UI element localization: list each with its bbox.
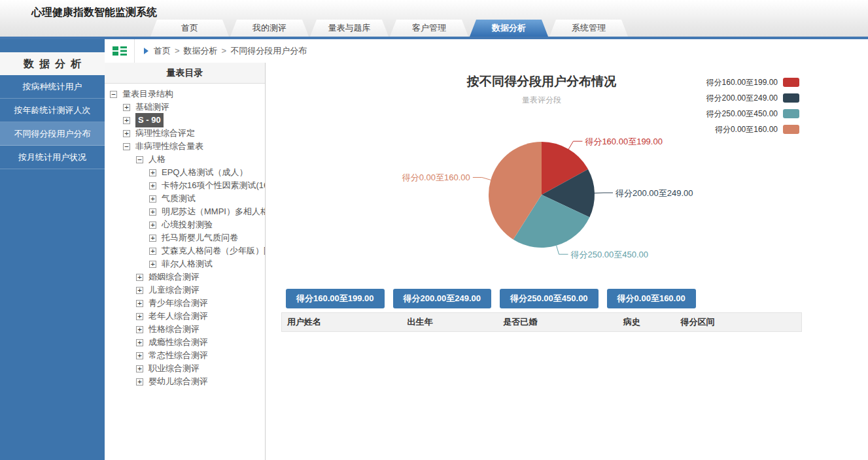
table-column-2: 是否已婚 — [498, 313, 618, 331]
nav-tab-3[interactable]: 客户管理 — [390, 20, 468, 37]
tree-node-label: 菲尔人格测试 — [162, 257, 213, 271]
tree-node-7[interactable]: +卡特尔16项个性因素测试(16PF — [105, 179, 265, 192]
expand-icon[interactable]: + — [136, 274, 143, 281]
breadcrumb-separator: > — [222, 46, 227, 56]
sidebar-item-1[interactable]: 按年龄统计测评人次 — [0, 99, 105, 122]
expand-icon[interactable]: + — [149, 182, 156, 189]
tree-node-label: 非病理性综合量表 — [135, 140, 203, 153]
pie-label-line-3 — [473, 178, 491, 180]
tree-node-label: 病理性综合评定 — [135, 127, 195, 140]
nav-tab-2[interactable]: 量表与题库 — [310, 20, 389, 37]
tree-node-18[interactable]: +性格综合测评 — [105, 323, 265, 336]
tree-node-22[interactable]: +婴幼儿综合测评 — [105, 375, 265, 388]
expand-icon[interactable]: + — [136, 365, 143, 372]
tree-node-label: 成瘾性综合测评 — [148, 336, 208, 349]
tree-node-label: 青少年综合测评 — [148, 297, 208, 310]
tree-node-label: 托马斯婴儿气质问卷 — [162, 231, 238, 244]
tree-node-11[interactable]: +托马斯婴儿气质问卷 — [105, 231, 265, 244]
expand-icon[interactable]: + — [149, 248, 156, 255]
tree-node-3[interactable]: +病理性综合评定 — [105, 127, 265, 140]
pie-label-line-1 — [595, 193, 613, 193]
expand-icon[interactable]: + — [149, 222, 156, 229]
chart-content: 按不同得分段用户分布情况 量表评分段 得分160.00至199.00得分200.… — [266, 63, 868, 460]
tree-node-label: 明尼苏达（MMPI）多相人格测 — [162, 205, 266, 218]
tree-node-2[interactable]: +S - 90 — [105, 114, 265, 127]
expand-icon[interactable]: + — [123, 130, 130, 137]
score-segment-button-0[interactable]: 得分160.00至199.00 — [286, 289, 385, 308]
tree-node-5[interactable]: −人格 — [105, 153, 265, 166]
table-column-1: 出生年 — [402, 313, 498, 331]
breadcrumb-bar: 首页>数据分析>不同得分段用户分布 — [105, 39, 868, 63]
tree-node-8[interactable]: +气质测试 — [105, 192, 265, 205]
expand-icon[interactable]: + — [136, 352, 143, 359]
score-segment-button-3[interactable]: 得分0.00至160.00 — [607, 289, 696, 308]
tree-node-15[interactable]: +儿童综合测评 — [105, 284, 265, 297]
collapse-icon[interactable]: − — [110, 91, 117, 98]
pie-label-line-2 — [557, 246, 568, 254]
nav-tab-4[interactable]: 数据分析 — [470, 20, 548, 37]
tree-node-label: 婚姻综合测评 — [148, 271, 200, 284]
tree-node-13[interactable]: +菲尔人格测试 — [105, 257, 265, 271]
expand-icon[interactable]: + — [149, 235, 156, 242]
expand-icon[interactable]: + — [149, 169, 156, 176]
tree-node-14[interactable]: +婚姻综合测评 — [105, 271, 265, 284]
tree-node-4[interactable]: −非病理性综合量表 — [105, 140, 265, 153]
tree-node-6[interactable]: +EPQ人格测试（成人） — [105, 166, 265, 179]
tree-node-19[interactable]: +成瘾性综合测评 — [105, 336, 265, 349]
breadcrumb-separator: > — [175, 46, 180, 56]
tree-node-label: 心境投射测验 — [162, 218, 213, 231]
table-column-0: 用户姓名 — [282, 313, 402, 331]
user-table-header: 用户姓名出生年是否已婚病史得分区间 — [281, 312, 802, 332]
expand-icon[interactable]: + — [149, 195, 156, 203]
tree-node-label: 儿童综合测评 — [148, 284, 200, 297]
sidebar-title: 数据分析 — [0, 52, 105, 75]
expand-icon[interactable]: + — [136, 300, 143, 307]
expand-icon[interactable]: + — [136, 339, 143, 346]
nav-tab-0[interactable]: 首页 — [150, 20, 229, 37]
expand-icon[interactable]: + — [136, 378, 143, 386]
nav-tab-5[interactable]: 系统管理 — [549, 20, 628, 37]
scale-tree: −量表目录结构+基础测评+S - 90+病理性综合评定−非病理性综合量表−人格+… — [105, 84, 265, 388]
tree-node-label: 艾森克人格问卷（少年版）陈仲 — [162, 244, 266, 257]
tree-node-label: 基础测评 — [135, 101, 169, 114]
sidebar-item-2[interactable]: 不同得分段用户分布 — [0, 122, 105, 146]
nav-tab-1[interactable]: 我的测评 — [230, 20, 309, 37]
tree-node-17[interactable]: +老年人综合测评 — [105, 310, 265, 323]
pie-chart: 得分160.00至199.00得分200.00至249.00得分250.00至4… — [266, 63, 868, 288]
expand-icon[interactable]: + — [123, 117, 130, 124]
collapse-icon[interactable]: − — [123, 143, 130, 150]
expand-icon[interactable]: + — [123, 104, 130, 111]
tree-node-21[interactable]: +职业综合测评 — [105, 362, 265, 375]
expand-icon[interactable]: + — [149, 208, 156, 216]
score-segment-button-2[interactable]: 得分250.00至450.00 — [500, 289, 599, 308]
collapse-icon[interactable]: − — [136, 156, 143, 163]
score-segment-button-1[interactable]: 得分200.00至249.00 — [393, 289, 492, 308]
tree-node-16[interactable]: +青少年综合测评 — [105, 297, 265, 310]
tree-node-label: 卡特尔16项个性因素测试(16PF — [162, 179, 266, 192]
breadcrumb-item-1[interactable]: 数据分析 — [184, 46, 218, 56]
pie-label-3: 得分0.00至160.00 — [402, 172, 470, 182]
scale-catalog-panel: 量表目录 −量表目录结构+基础测评+S - 90+病理性综合评定−非病理性综合量… — [105, 63, 266, 460]
tree-node-12[interactable]: +艾森克人格问卷（少年版）陈仲 — [105, 244, 265, 257]
app-window: 心理健康指数智能监测系统 首页我的测评量表与题库客户管理数据分析系统管理 数据分… — [0, 0, 868, 460]
tree-node-label: 气质测试 — [162, 192, 196, 205]
breadcrumb-item-0[interactable]: 首页 — [154, 46, 171, 56]
expand-icon[interactable]: + — [149, 261, 156, 268]
expand-icon[interactable]: + — [136, 287, 143, 294]
tree-node-1[interactable]: +基础测评 — [105, 101, 265, 114]
table-column-3: 病史 — [618, 313, 676, 331]
tree-node-0[interactable]: −量表目录结构 — [105, 88, 265, 101]
tree-node-label: EPQ人格测试（成人） — [162, 166, 247, 179]
expand-icon[interactable]: + — [136, 313, 143, 320]
sidebar-item-0[interactable]: 按病种统计用户 — [0, 75, 105, 99]
tree-node-20[interactable]: +常态性综合测评 — [105, 349, 265, 362]
breadcrumb: 首页>数据分析>不同得分段用户分布 — [154, 45, 307, 57]
expand-icon[interactable]: + — [136, 326, 143, 333]
breadcrumb-item-2[interactable]: 不同得分段用户分布 — [230, 46, 307, 56]
main-nav: 首页我的测评量表与题库客户管理数据分析系统管理 — [150, 20, 629, 37]
tree-node-10[interactable]: +心境投射测验 — [105, 218, 265, 231]
sidebar-item-3[interactable]: 按月统计用户状况 — [0, 146, 105, 169]
tree-node-9[interactable]: +明尼苏达（MMPI）多相人格测 — [105, 205, 265, 218]
tree-node-label: 人格 — [148, 153, 165, 166]
list-view-icon-box[interactable] — [105, 39, 135, 63]
